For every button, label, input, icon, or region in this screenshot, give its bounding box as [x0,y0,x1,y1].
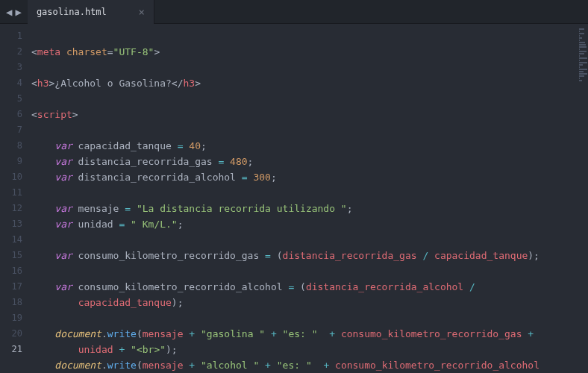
line-number: 15 [0,248,22,263]
tab-gasolina[interactable]: gasolina.html × [28,0,154,24]
back-icon[interactable]: ◀ [4,6,13,18]
code-line: document.write(mensaje + "gasolina " + "… [31,328,539,355]
code-line: var distancia_recorrida_alcohol = 300; [31,172,277,183]
line-number: 4 [0,75,22,91]
code-area[interactable]: <meta charset="UTF-8"> <h3>¿Alcohol o Ga… [31,24,588,373]
gutter: 1 2 3 4 5 6 7 8 9 10 11 12 13 14 15 16 1… [0,24,31,373]
forward-icon[interactable]: ▶ [13,6,22,18]
editor: 1 2 3 4 5 6 7 8 9 10 11 12 13 14 15 16 1… [0,24,588,373]
nav-arrows: ◀ ▶ [0,6,28,18]
title-bar: ◀ ▶ gasolina.html × [0,0,588,24]
code-line: var consumo_kilometro_recorrido_gas = (d… [31,250,539,261]
code-line [31,313,37,324]
line-number: 6 [0,107,22,122]
line-number: 11 [0,185,22,201]
line-number: 14 [0,232,22,248]
code-line: var unidad = " Km/L."; [31,219,184,230]
code-line [31,187,37,198]
code-line: document.write(mensaje + "alcohol " + "e… [31,360,539,373]
minimap[interactable] [579,24,588,373]
line-number: 17 [0,279,22,295]
line-number: 16 [0,263,22,279]
line-number: 5 [0,91,22,107]
code-line: var mensaje = "La distancia recorrida ut… [31,203,353,214]
code-line [31,93,37,104]
code-line: <script> [31,109,78,120]
line-number: 9 [0,154,22,169]
tab-filename: gasolina.html [37,7,107,17]
line-number: 19 [0,310,22,326]
line-number: 12 [0,201,22,216]
code-line [31,125,37,136]
code-line: <meta charset="UTF-8"> [31,46,160,57]
close-icon[interactable]: × [138,6,144,18]
code-line: var capacidad_tanque = 40; [31,140,207,151]
line-number: 1 [0,28,22,44]
line-number: 18 [0,295,22,310]
line-number: 13 [0,216,22,232]
line-number: 7 [0,122,22,138]
line-number: 3 [0,60,22,75]
code-line [31,234,37,245]
code-line: var consumo_kilometro_recorrido_alcohol … [31,281,481,308]
code-line: var distancia_recorrida_gas = 480; [31,156,253,167]
line-number: 2 [0,44,22,60]
code-line [31,62,37,73]
line-number: 20 [0,326,22,342]
code-line [31,266,37,277]
line-number: 10 [0,169,22,185]
line-number: 8 [0,138,22,154]
line-number: 21 [0,342,22,357]
code-line: <h3>¿Alcohol o Gasolina?</h3> [31,78,201,89]
